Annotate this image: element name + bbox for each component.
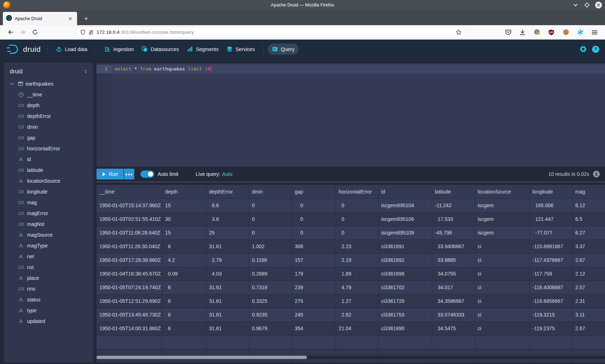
cell-gap[interactable]: 000	[292, 199, 336, 212]
cell-depth[interactable]: 04.2	[162, 253, 206, 267]
sidebar-column-horizontalError[interactable]: 123horizontalError	[4, 143, 93, 154]
live-query-value[interactable]: Auto	[222, 171, 233, 177]
cell-latitude[interactable]: 034.5475	[432, 322, 475, 335]
shield-icon[interactable]	[80, 29, 86, 35]
cell-depth[interactable]: 06	[162, 294, 206, 308]
cell-__time[interactable]: 1950-01-05T12:51:29.690Z	[97, 294, 162, 308]
extension-globe-icon[interactable]	[532, 27, 542, 38]
cell-longitude[interactable]: -119.3215	[529, 308, 572, 322]
pane-divider[interactable]	[97, 182, 605, 182]
cell-locationSource[interactable]: ci	[475, 240, 529, 253]
cookie-extension-icon[interactable]	[560, 27, 571, 38]
cell-longitude[interactable]: -117.4376667	[529, 253, 572, 267]
cell-depthError[interactable]: 02.79	[206, 253, 249, 267]
cell-__time[interactable]: 1950-01-03T11:06:28.640Z	[97, 226, 162, 240]
column-header-longitude[interactable]: longitude	[529, 185, 572, 199]
downloads-icon[interactable]	[517, 27, 528, 38]
cell-depth[interactable]: 06	[162, 322, 206, 335]
extension-asterisk-icon[interactable]	[575, 27, 586, 38]
double-caret-vertical-icon[interactable]	[83, 69, 88, 74]
url-text[interactable]: 172.18.0.4:30109/unified-console.html#qu…	[97, 29, 453, 35]
column-header-gap[interactable]: gap	[292, 185, 336, 199]
cell-gap[interactable]: 157	[292, 253, 336, 267]
cell-id[interactable]: ci3361692	[378, 253, 432, 267]
ublock-origin-icon[interactable]: uO	[546, 27, 557, 38]
nav-item-load-data[interactable]: Load data	[52, 44, 91, 55]
cell-id[interactable]: ci3361890	[378, 322, 432, 335]
cell-__time[interactable]: 1950-01-04T16:38:45.670Z	[97, 267, 162, 281]
sidebar-column-dmin[interactable]: 123dmin	[4, 122, 93, 132]
cell-gap[interactable]: 000	[292, 226, 336, 240]
cell-gap[interactable]: 245	[292, 308, 336, 322]
cell-locationSource[interactable]: ci	[475, 308, 529, 322]
window-titlebar[interactable]: Apache Druid — Mozilla Firefox	[0, 0, 605, 10]
run-more-button[interactable]: ●●●	[124, 169, 134, 179]
cell-mag[interactable]: 2.12	[572, 267, 605, 281]
cell-latitude[interactable]: -11.242	[432, 199, 475, 212]
sidebar-column-place[interactable]: Aplace	[4, 273, 93, 283]
nav-item-ingestion[interactable]: Ingestion	[100, 44, 138, 55]
cell-horizontalError[interactable]: 21.04	[336, 322, 378, 335]
insecure-lock-icon[interactable]	[88, 29, 94, 35]
cell-dmin[interactable]: 0.9679	[249, 322, 292, 335]
sidebar-column-rms[interactable]: 123rms	[4, 283, 93, 294]
cell-longitude[interactable]: -115.8881667	[529, 240, 572, 253]
cell-gap[interactable]: 239	[292, 281, 336, 294]
schema-selector[interactable]: druid	[4, 63, 93, 78]
column-header-depth[interactable]: depth	[162, 185, 206, 199]
cell-depth[interactable]: 06	[162, 240, 206, 253]
query-text[interactable]: select * from earthquakes limit 10	[112, 65, 605, 73]
cell-latitude[interactable]: 017.533	[432, 212, 475, 226]
sidebar-column-magSource[interactable]: AmagSource	[4, 229, 93, 240]
cell-locationSource[interactable]: ci	[475, 253, 529, 267]
cell-dmin[interactable]: 0	[249, 226, 292, 240]
cell-dmin[interactable]: 1.002	[249, 240, 292, 253]
cell-id[interactable]: ci3361753	[378, 308, 432, 322]
reload-button[interactable]	[29, 27, 41, 38]
cell-latitude[interactable]: 033.5748333	[432, 308, 475, 322]
bookmark-star-icon[interactable]	[456, 29, 462, 35]
cell-locationSource[interactable]: ci	[475, 281, 529, 294]
cell-id[interactable]: ci3361720	[378, 294, 432, 308]
cell-longitude[interactable]: -116.4006667	[529, 281, 572, 294]
editor-code-area[interactable]: select * from earthquakes limit 10	[112, 63, 605, 167]
cell-depth[interactable]: 30	[162, 212, 206, 226]
cell-dmin[interactable]: 0	[249, 199, 292, 212]
sidebar-column-magNst[interactable]: 123magNst	[4, 219, 93, 229]
cell-depthError[interactable]: 03.8	[206, 212, 249, 226]
sidebar-column-locationSource[interactable]: AlocationSource	[4, 176, 93, 186]
cell-depth[interactable]: 06	[162, 308, 206, 322]
chevron-down-icon[interactable]	[8, 81, 16, 86]
cell-mag[interactable]: 6.12	[572, 199, 605, 212]
url-bar[interactable]: 172.18.0.4:30109/unified-console.html#qu…	[76, 27, 465, 38]
sidebar-column-longitude[interactable]: 123longitude	[4, 186, 93, 197]
cell-horizontalError[interactable]: 00	[336, 226, 378, 240]
cell-gap[interactable]: 275	[292, 294, 336, 308]
cell-mag[interactable]: 6.5	[572, 212, 605, 226]
cell-longitude[interactable]: -119.2375	[529, 322, 572, 335]
minimize-button[interactable]	[572, 1, 579, 9]
cell-latitude[interactable]: 034.0755	[432, 267, 475, 281]
cell-locationSource[interactable]: ci	[475, 294, 529, 308]
column-header-depthError[interactable]: depthError	[206, 185, 249, 199]
cell-__time[interactable]: 1950-01-02T15:14:37.960Z	[97, 199, 162, 212]
cell-depthError[interactable]: 08.6	[206, 199, 249, 212]
cell-gap[interactable]: 308	[292, 240, 336, 253]
sidebar-column-net[interactable]: Anet	[4, 251, 93, 262]
cell-horizontalError[interactable]: 00	[336, 199, 378, 212]
auto-limit-toggle[interactable]	[140, 170, 154, 178]
cell-id[interactable]: ci3361698	[378, 267, 432, 281]
cell-mag[interactable]: 3.11	[572, 308, 605, 322]
sidebar-column-gap[interactable]: 123gap	[4, 132, 93, 143]
menu-icon[interactable]	[589, 27, 600, 38]
cell-depth[interactable]: 15	[162, 226, 206, 240]
column-header-id[interactable]: id	[378, 185, 432, 199]
sidebar-column-mag[interactable]: 123mag	[4, 197, 93, 208]
column-header-__time[interactable]: __time	[97, 185, 162, 199]
brand-wordmark[interactable]: druid	[23, 45, 41, 54]
sidebar-column-latitude[interactable]: 123latitude	[4, 165, 93, 176]
cell-depthError[interactable]: 25	[206, 226, 249, 240]
cell-depthError[interactable]: 31.61	[206, 308, 249, 322]
cell-depthError[interactable]: 31.61	[206, 281, 249, 294]
column-header-mag[interactable]: mag	[572, 185, 605, 199]
